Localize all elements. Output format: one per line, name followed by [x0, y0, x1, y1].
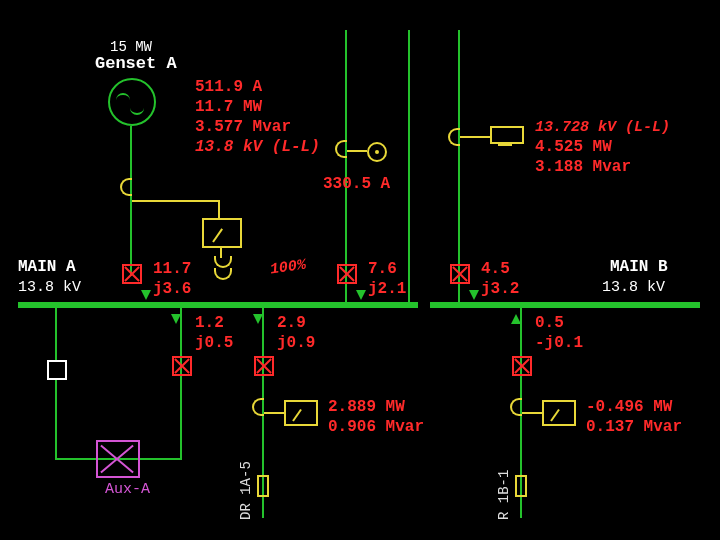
- flow-a-in-q: j3.6: [153, 280, 191, 299]
- bus-a-kv: 13.8 kV: [18, 278, 81, 297]
- flow-r-q: j3.2: [481, 280, 519, 299]
- fdr1a5-mvar: 0.906 Mvar: [328, 418, 424, 437]
- feed-1b1-p: 0.5: [535, 314, 564, 333]
- rmeter-inner: [498, 144, 512, 146]
- bus-a-name: MAIN A: [18, 258, 76, 277]
- feed-aux-q: j0.5: [195, 334, 233, 353]
- meter-icon: [542, 400, 576, 426]
- fdr1a5-label: DR 1A-5: [238, 461, 254, 520]
- aux-name: Aux-A: [105, 480, 150, 499]
- load-icon: [515, 475, 527, 497]
- mid-riser-right: [408, 30, 410, 302]
- gen-a-mvar: 3.577 Mvar: [195, 118, 291, 137]
- mid-riser-left: [345, 30, 347, 302]
- fdr1b1-mw: -0.496 MW: [586, 398, 672, 417]
- ct-indicator-icon: [367, 142, 387, 162]
- genset-a-name: Genset A: [95, 54, 177, 73]
- meter-r-kv: 13.728 kV (L-L): [535, 118, 670, 137]
- rmeter-tap: [460, 136, 490, 138]
- arrow-down-icon: [469, 290, 479, 300]
- gen-a-kv: 13.8 kV (L-L): [195, 138, 320, 157]
- ct-hook-icon: [510, 398, 522, 416]
- fdr1b1-label: R 1B-1: [496, 470, 512, 520]
- digital-meter-icon: [490, 126, 524, 144]
- aux-load-icon: [96, 440, 140, 478]
- arrow-down-icon: [171, 314, 181, 324]
- closed-breaker-icon: [337, 264, 357, 284]
- meter-tap: [522, 412, 542, 414]
- feed-aux-p: 1.2: [195, 314, 224, 333]
- meter-icon: [202, 218, 242, 248]
- flow-r-p: 4.5: [481, 260, 510, 279]
- bus-a: [18, 302, 418, 308]
- right-riser: [458, 30, 460, 302]
- one-line-diagram: 15 MW Genset A 511.9 A 11.7 MW 3.577 Mva…: [0, 0, 720, 540]
- transformer-icon: [212, 256, 230, 280]
- feed-1a5-q: j0.9: [277, 334, 315, 353]
- bus-b-kv: 13.8 kV: [602, 278, 665, 297]
- meter-r-mw: 4.525 MW: [535, 138, 612, 157]
- xfmr-loading-pct: 100%: [269, 256, 307, 280]
- ct-hook-icon: [448, 128, 460, 146]
- flow-mid-p: 7.6: [368, 260, 397, 279]
- fdr1a5-mw: 2.889 MW: [328, 398, 405, 417]
- meter-icon: [284, 400, 318, 426]
- meter-tap-v: [218, 200, 220, 218]
- arrow-down-icon: [141, 290, 151, 300]
- aux-left-drop: [55, 380, 57, 460]
- fdr-open-drop: [55, 308, 57, 360]
- closed-breaker-icon: [512, 356, 532, 376]
- closed-breaker-icon: [172, 356, 192, 376]
- meter-tap: [264, 412, 284, 414]
- feed-1b1-q: -j0.1: [535, 334, 583, 353]
- arrow-up-icon: [511, 314, 521, 324]
- meter-tap-line: [132, 200, 218, 202]
- feed-1a5-p: 2.9: [277, 314, 306, 333]
- closed-breaker-icon: [122, 264, 142, 284]
- closed-breaker-icon: [450, 264, 470, 284]
- generator-icon: [108, 78, 156, 126]
- fdr-aux-drop: [180, 308, 182, 458]
- ct-mid-amps: 330.5 A: [323, 175, 390, 194]
- meter-r-mvar: 3.188 Mvar: [535, 158, 631, 177]
- load-icon: [257, 475, 269, 497]
- ct-tap: [347, 150, 367, 152]
- bus-b: [430, 302, 700, 308]
- ct-hook-icon: [252, 398, 264, 416]
- gen-a-amps: 511.9 A: [195, 78, 262, 97]
- ct-hook-icon: [335, 140, 347, 158]
- fdr1b1-mvar: 0.137 Mvar: [586, 418, 682, 437]
- gen-a-mw: 11.7 MW: [195, 98, 262, 117]
- arrow-down-icon: [253, 314, 263, 324]
- ct-hook-icon: [120, 178, 132, 196]
- flow-mid-q: j2.1: [368, 280, 406, 299]
- closed-breaker-icon: [254, 356, 274, 376]
- bus-b-name: MAIN B: [610, 258, 668, 277]
- open-breaker-icon: [47, 360, 67, 380]
- flow-a-in-p: 11.7: [153, 260, 191, 279]
- arrow-down-icon: [356, 290, 366, 300]
